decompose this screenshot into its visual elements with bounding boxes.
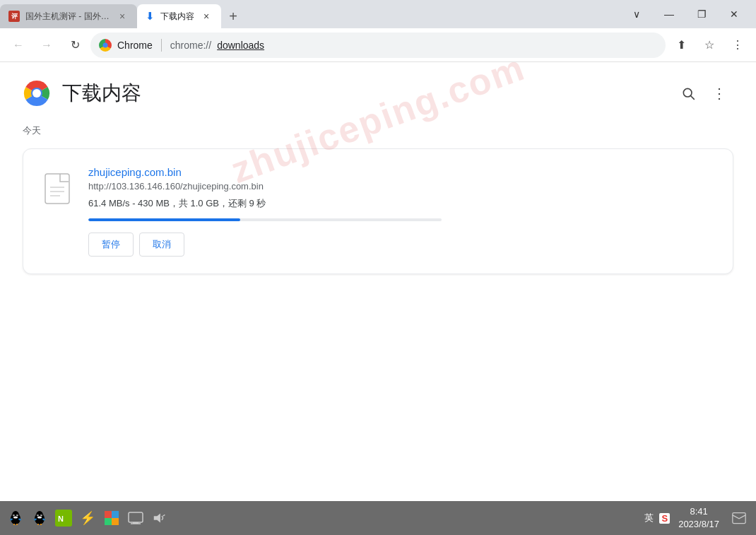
taskbar-icon-bluetooth[interactable]: ⚡ — [78, 508, 98, 528]
address-url-bold: downloads — [217, 40, 264, 51]
file-icon — [45, 173, 70, 204]
title-bar-controls: ∨ — ❐ ✕ — [615, 0, 756, 28]
svg-point-25 — [41, 515, 42, 515]
volume-icon — [152, 510, 167, 526]
notification-button[interactable] — [728, 507, 750, 529]
section-label-today: 今天 — [0, 119, 756, 143]
tab-inactive[interactable]: 评 国外主机测评 - 国外VPS，国... × — [0, 4, 137, 28]
taskbar-icon-nvidia[interactable]: N — [54, 508, 73, 528]
svg-line-41 — [163, 515, 165, 516]
search-button[interactable] — [674, 79, 702, 107]
chrome-logo — [23, 79, 51, 107]
svg-rect-33 — [105, 511, 112, 518]
svg-rect-19 — [16, 524, 18, 525]
progress-bar-fill — [88, 218, 240, 221]
color-icon — [104, 510, 119, 526]
download-info: zhujiceping.com.bin http://103.136.146.1… — [88, 166, 716, 257]
download-item: zhujiceping.com.bin http://103.136.146.1… — [23, 148, 733, 274]
taskbar-icon-qq2[interactable] — [30, 508, 49, 528]
share-button[interactable]: ⬆ — [668, 33, 694, 58]
tab-close-inactive[interactable]: × — [116, 10, 129, 23]
page-title: 下载内容 — [62, 80, 141, 107]
svg-rect-35 — [105, 518, 112, 525]
qq-icon-1 — [7, 510, 24, 527]
taskbar-clock[interactable]: 8:41 2023/8/17 — [674, 505, 723, 531]
chrome-icon — [99, 39, 112, 52]
download-status: 61.4 MB/s - 430 MB，共 1.0 GB，还剩 9 秒 — [88, 197, 716, 210]
window-chevron-button[interactable]: ∨ — [620, 0, 653, 28]
svg-rect-18 — [13, 524, 15, 525]
nav-bar: ← → ↻ Chrome chrome://downloads ⬆ ☆ ⋮ — [0, 28, 756, 62]
reload-button[interactable]: ↻ — [62, 33, 88, 58]
address-url-prefix: chrome:// — [170, 40, 211, 51]
download-filename[interactable]: zhujiceping.com.bin — [88, 166, 182, 178]
clock-time: 8:41 — [690, 505, 707, 518]
window-minimize-button[interactable]: — — [653, 0, 685, 28]
window-maximize-button[interactable]: ❐ — [685, 0, 718, 28]
tab-title-inactive: 国外主机测评 - 国外VPS，国... — [25, 11, 110, 23]
svg-point-14 — [17, 515, 18, 515]
forward-button[interactable]: → — [34, 33, 59, 58]
address-divider — [161, 39, 162, 52]
svg-rect-42 — [733, 513, 745, 524]
taskbar-icon-volume[interactable] — [150, 508, 170, 528]
qq-icon-2 — [31, 510, 48, 527]
taskbar: N ⚡ 英 S 8:41 2023/8/17 — [0, 501, 756, 535]
taskbar-icon-qq1[interactable] — [6, 508, 25, 528]
downloads-header: 下载内容 ⋮ — [0, 62, 756, 119]
svg-rect-34 — [112, 511, 119, 518]
svg-rect-36 — [112, 518, 119, 525]
svg-point-24 — [37, 515, 38, 515]
more-options-button[interactable]: ⋮ — [705, 79, 733, 107]
cancel-button[interactable]: 取消 — [139, 233, 184, 257]
svg-rect-29 — [37, 524, 39, 525]
taskbar-icon-display[interactable] — [126, 508, 146, 528]
search-icon — [681, 86, 695, 100]
svg-point-26 — [37, 517, 42, 519]
tray-sougou-label[interactable]: S — [659, 513, 670, 524]
svg-point-13 — [13, 515, 14, 515]
page-content: zhujiceping.com 下载内容 — [0, 62, 756, 501]
nvidia-icon: N — [55, 510, 72, 527]
pause-button[interactable]: 暂停 — [88, 233, 134, 257]
svg-rect-37 — [129, 512, 143, 522]
svg-rect-5 — [45, 174, 69, 204]
address-chrome-label: Chrome — [117, 40, 153, 51]
new-tab-button[interactable]: + — [221, 4, 245, 28]
bookmark-button[interactable]: ☆ — [697, 33, 722, 58]
tab-close-active[interactable]: × — [200, 10, 213, 23]
svg-text:N: N — [58, 515, 64, 523]
back-button[interactable]: ← — [6, 33, 31, 58]
tab-title-active: 下载内容 — [160, 11, 194, 23]
title-bar: 评 国外主机测评 - 国外VPS，国... × ⬇ 下载内容 × + ∨ — ❐… — [0, 0, 756, 28]
clock-date: 2023/8/17 — [678, 518, 719, 531]
svg-rect-30 — [40, 524, 42, 525]
notification-icon — [732, 511, 746, 525]
menu-button[interactable]: ⋮ — [725, 33, 750, 58]
taskbar-icon-color[interactable] — [102, 508, 122, 528]
progress-bar-container — [88, 218, 442, 221]
bluetooth-icon: ⚡ — [80, 510, 95, 526]
svg-marker-40 — [154, 514, 160, 523]
tab-favicon-inactive: 评 — [8, 11, 20, 22]
download-url: http://103.136.146.160/zhujiceping.com.b… — [88, 181, 716, 192]
svg-line-4 — [691, 96, 695, 100]
download-actions: 暂停 取消 — [88, 233, 716, 257]
download-tab-icon: ⬇ — [146, 10, 155, 23]
title-bar-spacer — [245, 0, 615, 28]
svg-point-15 — [13, 517, 18, 519]
taskbar-tray: 英 S — [642, 512, 670, 524]
tab-active[interactable]: ⬇ 下载内容 × — [137, 4, 221, 28]
svg-point-2 — [33, 89, 41, 98]
window-close-button[interactable]: ✕ — [718, 0, 750, 28]
address-bar[interactable]: Chrome chrome://downloads — [90, 33, 666, 58]
header-actions: ⋮ — [674, 79, 733, 107]
tray-lang-label[interactable]: 英 — [642, 512, 656, 524]
file-icon-area — [40, 169, 74, 208]
downloads-title-area: 下载内容 — [23, 79, 141, 107]
display-icon — [128, 512, 143, 524]
